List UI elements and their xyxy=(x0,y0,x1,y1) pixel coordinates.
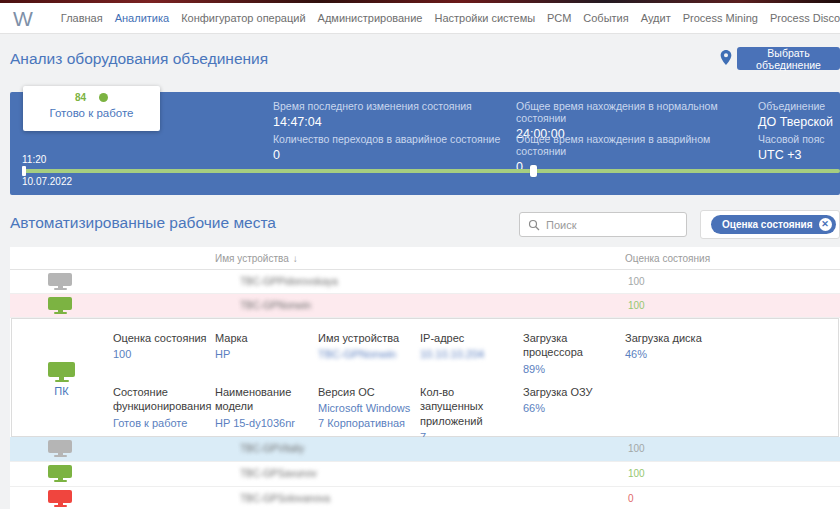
nav-item-sobytiya[interactable]: События xyxy=(577,12,634,24)
search-icon xyxy=(528,219,540,231)
field-score: Оценка состояния 100 xyxy=(113,331,209,362)
app-logo: W xyxy=(13,8,32,29)
monitor-gray-icon xyxy=(48,440,72,457)
page-title: Анализ оборудования объединения xyxy=(10,50,268,68)
monitor-gray-icon xyxy=(48,273,72,290)
device-name: TBC-GPNonwin xyxy=(240,300,311,311)
field-cpu-load: Загрузка процессора 89% xyxy=(523,331,619,376)
device-detail-panel: ПК Оценка состояния 100 Марка HP Имя уст… xyxy=(11,318,839,437)
location-pin-icon[interactable] xyxy=(719,49,733,66)
nav-item-administrirovanie[interactable]: Администрирование xyxy=(312,12,429,24)
stat-alarm-transitions: Количество переходов в аварийное состоян… xyxy=(273,133,513,162)
monitor-green-icon xyxy=(48,297,72,314)
status-card-top: 84 xyxy=(23,92,160,103)
nav-item-audit[interactable]: Аудит xyxy=(635,12,677,24)
field-os-version: Версия ОС Microsoft Windows 7 Корпоратив… xyxy=(318,385,414,430)
filter-chip-score[interactable]: Оценка состояния ✕ xyxy=(711,215,836,234)
field-model-name: Наименование модели HP 15-dy1036nr xyxy=(215,385,311,430)
device-name: TBC-GPSolovanova xyxy=(240,493,330,504)
field-operating-state: Состояние функционирования Готов к работ… xyxy=(113,385,209,430)
field-running-apps: Кол-во запущенных приложений 7 xyxy=(420,385,516,444)
table-row-hover[interactable]: TBC-GPVitaliy 100 xyxy=(10,437,840,462)
filter-chip-label: Оценка состояния xyxy=(722,219,813,230)
sort-descending-icon[interactable]: ↓ xyxy=(293,253,298,264)
workstations-table: Имя устройства↓ Оценка состояния TBC-GPP… xyxy=(10,247,840,509)
nav-item-process-discovery[interactable]: Process Discovery xyxy=(764,12,840,24)
filter-box[interactable]: Оценка состояния ✕ xyxy=(700,210,840,239)
table-row-selected[interactable]: TBC-GPNonwin 100 xyxy=(10,294,840,318)
stat-timezone: Часовой пояс UTC +3 xyxy=(758,133,840,162)
timeline-bar[interactable] xyxy=(22,169,840,173)
stat-association: Объединение ДО Тверской xyxy=(758,100,840,129)
monitor-green-icon xyxy=(48,362,75,382)
device-score: 0 xyxy=(628,493,634,504)
column-header-device-name[interactable]: Имя устройства↓ xyxy=(215,253,298,264)
search-input[interactable] xyxy=(546,219,666,231)
stat-alarm-state-time: Общее время нахождения в аварийном состо… xyxy=(516,133,756,174)
nav-item-analitika[interactable]: Аналитика xyxy=(109,12,175,24)
field-ip-address: IP-адрес 10.10.10.204 xyxy=(420,331,516,362)
status-card[interactable]: 84 Готово к работе xyxy=(23,86,160,131)
device-name: TBC-GPSavunov xyxy=(240,468,317,479)
device-name: TBC-GPVitaliy xyxy=(240,443,304,454)
top-navbar: W Главная Аналитика Конфигуратор операци… xyxy=(0,3,840,34)
table-header: Имя устройства↓ Оценка состояния xyxy=(10,247,840,270)
nav-item-process-mining[interactable]: Process Mining xyxy=(677,12,764,24)
status-score: 84 xyxy=(75,92,86,103)
field-ram-load: Загрузка ОЗУ 66% xyxy=(523,385,619,416)
field-device-name: Имя устройства TBC-GPNonwin xyxy=(318,331,414,362)
status-dot-icon xyxy=(99,93,108,102)
device-score: 100 xyxy=(628,443,645,454)
monitor-red-icon xyxy=(48,490,72,507)
column-header-score[interactable]: Оценка состояния xyxy=(625,253,710,264)
status-label: Готово к работе xyxy=(23,107,160,119)
device-score: 100 xyxy=(628,276,645,287)
select-association-button[interactable]: Выбрать объединение xyxy=(737,47,840,70)
chip-close-icon[interactable]: ✕ xyxy=(819,218,832,231)
timeline-start-date: 10.07.2022 xyxy=(22,176,72,187)
nav-item-konfigurator-operaciy[interactable]: Конфигуратор операций xyxy=(175,12,311,24)
stat-last-state-change: Время последнего изменения состояния 14:… xyxy=(273,100,513,129)
timeline-start-time: 11:20 xyxy=(22,154,46,165)
field-disk-load: Загрузка диска 46% xyxy=(625,331,721,362)
nav-item-rsm[interactable]: РСМ xyxy=(541,12,577,24)
status-banner: 84 Готово к работе Время последнего изме… xyxy=(10,92,840,195)
nav-item-nastroyki-sistemy[interactable]: Настройки системы xyxy=(428,12,541,24)
monitor-green-icon xyxy=(48,465,72,482)
section-title-workstations: Автоматизированные рабочие места xyxy=(10,214,276,232)
timeline-slider-handle[interactable] xyxy=(530,165,537,177)
nav-item-glavnaya[interactable]: Главная xyxy=(55,12,109,24)
table-row[interactable]: TBC-GPPidorovskaya 100 xyxy=(10,270,840,294)
timeline-start-marker xyxy=(22,166,26,176)
table-row[interactable]: TBC-GPSolovanova 0 xyxy=(10,487,840,509)
device-score: 100 xyxy=(628,468,645,479)
field-brand: Марка HP xyxy=(215,331,311,362)
device-score: 100 xyxy=(628,300,645,311)
search-box[interactable] xyxy=(519,212,687,237)
device-name: TBC-GPPidorovskaya xyxy=(240,276,338,287)
device-type-label: ПК xyxy=(48,385,75,397)
table-row[interactable]: TBC-GPSavunov 100 xyxy=(10,462,840,487)
